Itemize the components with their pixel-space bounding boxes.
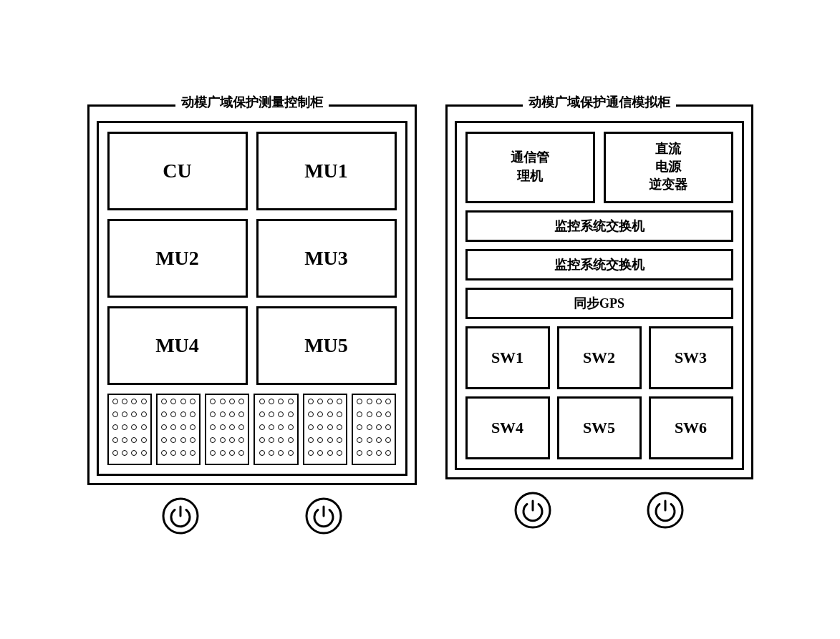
- left-power-buttons: [87, 497, 417, 535]
- dot: [229, 437, 235, 443]
- connector-block-6: [352, 394, 396, 465]
- dot: [161, 399, 167, 404]
- dot: [327, 437, 333, 443]
- dot: [259, 437, 265, 443]
- unit-sw4[interactable]: SW4: [465, 396, 550, 459]
- page-wrapper: 动模广域保护测量控制柜 CU MU1 MU2: [87, 104, 753, 535]
- right-power-btn-1[interactable]: [513, 491, 552, 530]
- right-cabinet: 动模广域保护通信模拟柜 通信管理机 直流电源逆变器 监控系统交换机: [445, 104, 753, 479]
- left-power-btn-2[interactable]: [304, 497, 343, 535]
- dot: [180, 450, 186, 456]
- dot: [337, 437, 342, 443]
- unit-mu3[interactable]: MU3: [256, 219, 397, 298]
- unit-cu[interactable]: CU: [107, 132, 248, 210]
- dot: [210, 399, 216, 404]
- row-mu2-mu3: MU2 MU3: [107, 219, 397, 298]
- unit-gps[interactable]: 同步GPS: [465, 288, 733, 319]
- dot: [308, 399, 314, 404]
- dot: [367, 411, 372, 417]
- right-cabinet-outer: 动模广域保护通信模拟柜 通信管理机 直流电源逆变器 监控系统交换机: [445, 104, 753, 530]
- dot: [376, 437, 382, 443]
- dot: [367, 450, 372, 456]
- connector-block-4: [254, 394, 298, 465]
- dot: [385, 399, 391, 404]
- dot: [122, 411, 127, 417]
- dot: [112, 411, 118, 417]
- dot: [317, 424, 323, 430]
- dot: [367, 437, 372, 443]
- dot: [278, 411, 284, 417]
- unit-switch-1[interactable]: 监控系统交换机: [465, 210, 733, 242]
- dot: [141, 437, 147, 443]
- dot: [385, 424, 391, 430]
- dot: [161, 437, 167, 443]
- left-cabinet-outer: 动模广域保护测量控制柜 CU MU1 MU2: [87, 104, 417, 535]
- dot: [367, 399, 372, 404]
- dot: [337, 424, 342, 430]
- dot: [131, 450, 137, 456]
- dot: [180, 437, 186, 443]
- dot: [170, 399, 176, 404]
- dot: [141, 450, 147, 456]
- dot: [376, 424, 382, 430]
- dot: [220, 450, 226, 456]
- left-cabinet-title: 动模广域保护测量控制柜: [175, 94, 329, 111]
- dot: [190, 424, 195, 430]
- dot: [180, 399, 186, 404]
- dot: [327, 424, 333, 430]
- dot: [170, 450, 176, 456]
- dot: [122, 399, 127, 404]
- dot: [220, 411, 226, 417]
- dot: [269, 399, 274, 404]
- row-mu4-mu5: MU4 MU5: [107, 306, 397, 385]
- connectors-row: [107, 394, 397, 465]
- dot: [220, 424, 226, 430]
- left-cabinet: 动模广域保护测量控制柜 CU MU1 MU2: [87, 104, 417, 485]
- unit-sw6[interactable]: SW6: [649, 396, 733, 459]
- dot: [327, 399, 333, 404]
- left-power-btn-1[interactable]: [161, 497, 200, 535]
- unit-comm-manager[interactable]: 通信管理机: [465, 132, 595, 203]
- dot: [229, 399, 235, 404]
- dot: [278, 437, 284, 443]
- dot: [220, 437, 226, 443]
- dot: [112, 399, 118, 404]
- unit-switch-2[interactable]: 监控系统交换机: [465, 249, 733, 281]
- connector-block-5: [303, 394, 347, 465]
- dot: [170, 437, 176, 443]
- dot: [210, 424, 216, 430]
- unit-sw1[interactable]: SW1: [465, 326, 550, 389]
- dot: [376, 399, 382, 404]
- dot: [278, 450, 284, 456]
- dot: [161, 424, 167, 430]
- right-cabinet-title: 动模广域保护通信模拟柜: [523, 94, 676, 111]
- unit-dc-power[interactable]: 直流电源逆变器: [604, 132, 733, 203]
- unit-sw5[interactable]: SW5: [557, 396, 642, 459]
- dot: [190, 450, 195, 456]
- dot: [308, 411, 314, 417]
- connector-block-3: [205, 394, 249, 465]
- unit-mu1[interactable]: MU1: [256, 132, 397, 210]
- dot: [229, 411, 235, 417]
- dot: [288, 450, 294, 456]
- dot: [327, 450, 333, 456]
- dot: [238, 399, 244, 404]
- unit-sw2[interactable]: SW2: [557, 326, 642, 389]
- unit-mu2[interactable]: MU2: [107, 219, 248, 298]
- dot: [141, 411, 147, 417]
- dot: [122, 424, 127, 430]
- unit-mu4[interactable]: MU4: [107, 306, 248, 385]
- unit-sw3[interactable]: SW3: [649, 326, 733, 389]
- dot: [337, 411, 342, 417]
- dot: [278, 399, 284, 404]
- unit-mu5[interactable]: MU5: [256, 306, 397, 385]
- dot: [259, 399, 265, 404]
- right-power-btn-2[interactable]: [646, 491, 685, 530]
- dot: [161, 411, 167, 417]
- dot: [190, 399, 195, 404]
- dot: [288, 399, 294, 404]
- dot: [367, 424, 372, 430]
- dot: [190, 437, 195, 443]
- dot: [131, 437, 137, 443]
- dot: [376, 411, 382, 417]
